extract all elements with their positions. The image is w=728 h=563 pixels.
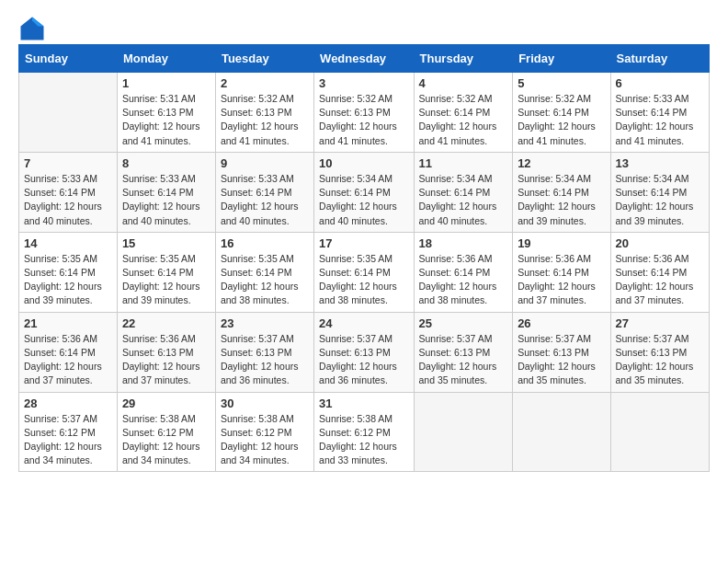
- day-number: 3: [319, 76, 408, 90]
- header-day-wednesday: Wednesday: [314, 45, 414, 73]
- day-info: Sunrise: 5:36 AMSunset: 6:13 PMDaylight:…: [122, 332, 210, 388]
- day-info: Sunrise: 5:32 AMSunset: 6:14 PMDaylight:…: [518, 92, 605, 148]
- day-info: Sunrise: 5:38 AMSunset: 6:12 PMDaylight:…: [319, 412, 408, 468]
- calendar-cell: 3Sunrise: 5:32 AMSunset: 6:13 PMDaylight…: [314, 73, 414, 153]
- day-number: 23: [221, 316, 309, 330]
- calendar-cell: 8Sunrise: 5:33 AMSunset: 6:14 PMDaylight…: [117, 152, 215, 232]
- day-number: 27: [616, 316, 704, 330]
- day-info: Sunrise: 5:33 AMSunset: 6:14 PMDaylight:…: [122, 172, 210, 228]
- calendar-header-row: SundayMondayTuesdayWednesdayThursdayFrid…: [19, 45, 710, 73]
- day-number: 21: [24, 316, 112, 330]
- calendar-cell: 18Sunrise: 5:36 AMSunset: 6:14 PMDayligh…: [414, 232, 513, 312]
- logo: [18, 15, 44, 37]
- day-number: 14: [24, 236, 112, 250]
- day-info: Sunrise: 5:33 AMSunset: 6:14 PMDaylight:…: [24, 172, 112, 228]
- day-info: Sunrise: 5:36 AMSunset: 6:14 PMDaylight:…: [419, 252, 508, 308]
- calendar-cell: 14Sunrise: 5:35 AMSunset: 6:14 PMDayligh…: [19, 232, 118, 312]
- day-info: Sunrise: 5:32 AMSunset: 6:14 PMDaylight:…: [419, 92, 508, 148]
- day-info: Sunrise: 5:35 AMSunset: 6:14 PMDaylight:…: [319, 252, 408, 308]
- day-info: Sunrise: 5:34 AMSunset: 6:14 PMDaylight:…: [319, 172, 408, 228]
- calendar-cell: 28Sunrise: 5:37 AMSunset: 6:12 PMDayligh…: [19, 392, 118, 472]
- day-number: 22: [122, 316, 210, 330]
- day-info: Sunrise: 5:36 AMSunset: 6:14 PMDaylight:…: [518, 252, 605, 308]
- day-number: 5: [518, 76, 605, 90]
- calendar-cell: 1Sunrise: 5:31 AMSunset: 6:13 PMDaylight…: [117, 73, 215, 153]
- day-number: 26: [518, 316, 605, 330]
- calendar-week-row: 28Sunrise: 5:37 AMSunset: 6:12 PMDayligh…: [19, 392, 710, 472]
- day-number: 9: [221, 156, 309, 170]
- day-number: 1: [122, 76, 210, 90]
- calendar-cell: 15Sunrise: 5:35 AMSunset: 6:14 PMDayligh…: [117, 232, 215, 312]
- calendar-cell: 30Sunrise: 5:38 AMSunset: 6:12 PMDayligh…: [215, 392, 313, 472]
- calendar-cell: [513, 392, 610, 472]
- day-number: 19: [518, 236, 605, 250]
- calendar-cell: 6Sunrise: 5:33 AMSunset: 6:14 PMDaylight…: [610, 73, 709, 153]
- day-number: 10: [319, 156, 408, 170]
- day-info: Sunrise: 5:36 AMSunset: 6:14 PMDaylight:…: [616, 252, 704, 308]
- day-number: 15: [122, 236, 210, 250]
- calendar-cell: 7Sunrise: 5:33 AMSunset: 6:14 PMDaylight…: [19, 152, 118, 232]
- calendar-cell: 23Sunrise: 5:37 AMSunset: 6:13 PMDayligh…: [215, 312, 313, 392]
- day-number: 31: [319, 396, 408, 410]
- day-info: Sunrise: 5:37 AMSunset: 6:12 PMDaylight:…: [24, 412, 112, 468]
- day-number: 16: [221, 236, 309, 250]
- day-info: Sunrise: 5:37 AMSunset: 6:13 PMDaylight:…: [419, 332, 508, 388]
- calendar-week-row: 14Sunrise: 5:35 AMSunset: 6:14 PMDayligh…: [19, 232, 710, 312]
- calendar-table: SundayMondayTuesdayWednesdayThursdayFrid…: [18, 44, 710, 472]
- calendar-cell: 9Sunrise: 5:33 AMSunset: 6:14 PMDaylight…: [215, 152, 313, 232]
- day-number: 11: [419, 156, 508, 170]
- calendar-cell: 2Sunrise: 5:32 AMSunset: 6:13 PMDaylight…: [215, 73, 313, 153]
- day-number: 28: [24, 396, 112, 410]
- day-info: Sunrise: 5:32 AMSunset: 6:13 PMDaylight:…: [221, 92, 309, 148]
- calendar-cell: 27Sunrise: 5:37 AMSunset: 6:13 PMDayligh…: [610, 312, 709, 392]
- day-info: Sunrise: 5:38 AMSunset: 6:12 PMDaylight:…: [221, 412, 309, 468]
- day-info: Sunrise: 5:33 AMSunset: 6:14 PMDaylight:…: [221, 172, 309, 228]
- calendar-cell: [19, 73, 118, 153]
- calendar-cell: 26Sunrise: 5:37 AMSunset: 6:13 PMDayligh…: [513, 312, 610, 392]
- logo-icon: [18, 15, 40, 37]
- calendar-cell: 21Sunrise: 5:36 AMSunset: 6:14 PMDayligh…: [19, 312, 118, 392]
- day-info: Sunrise: 5:37 AMSunset: 6:13 PMDaylight:…: [518, 332, 605, 388]
- day-info: Sunrise: 5:34 AMSunset: 6:14 PMDaylight:…: [518, 172, 605, 228]
- calendar-cell: 29Sunrise: 5:38 AMSunset: 6:12 PMDayligh…: [117, 392, 215, 472]
- calendar-cell: 13Sunrise: 5:34 AMSunset: 6:14 PMDayligh…: [610, 152, 709, 232]
- calendar-cell: 10Sunrise: 5:34 AMSunset: 6:14 PMDayligh…: [314, 152, 414, 232]
- day-info: Sunrise: 5:35 AMSunset: 6:14 PMDaylight:…: [24, 252, 112, 308]
- day-info: Sunrise: 5:37 AMSunset: 6:13 PMDaylight:…: [319, 332, 408, 388]
- header-day-sunday: Sunday: [19, 45, 118, 73]
- day-number: 29: [122, 396, 210, 410]
- calendar-cell: 20Sunrise: 5:36 AMSunset: 6:14 PMDayligh…: [610, 232, 709, 312]
- calendar-week-row: 1Sunrise: 5:31 AMSunset: 6:13 PMDaylight…: [19, 73, 710, 153]
- day-info: Sunrise: 5:38 AMSunset: 6:12 PMDaylight:…: [122, 412, 210, 468]
- calendar-cell: 24Sunrise: 5:37 AMSunset: 6:13 PMDayligh…: [314, 312, 414, 392]
- calendar-week-row: 21Sunrise: 5:36 AMSunset: 6:14 PMDayligh…: [19, 312, 710, 392]
- header-day-thursday: Thursday: [414, 45, 513, 73]
- day-number: 6: [616, 76, 704, 90]
- calendar-cell: [610, 392, 709, 472]
- day-info: Sunrise: 5:34 AMSunset: 6:14 PMDaylight:…: [616, 172, 704, 228]
- calendar-cell: 31Sunrise: 5:38 AMSunset: 6:12 PMDayligh…: [314, 392, 414, 472]
- day-number: 30: [221, 396, 309, 410]
- calendar-cell: 25Sunrise: 5:37 AMSunset: 6:13 PMDayligh…: [414, 312, 513, 392]
- day-number: 4: [419, 76, 508, 90]
- day-number: 2: [221, 76, 309, 90]
- calendar-cell: 16Sunrise: 5:35 AMSunset: 6:14 PMDayligh…: [215, 232, 313, 312]
- day-number: 8: [122, 156, 210, 170]
- calendar-cell: 17Sunrise: 5:35 AMSunset: 6:14 PMDayligh…: [314, 232, 414, 312]
- calendar-cell: [414, 392, 513, 472]
- day-number: 20: [616, 236, 704, 250]
- calendar-cell: 22Sunrise: 5:36 AMSunset: 6:13 PMDayligh…: [117, 312, 215, 392]
- day-number: 17: [319, 236, 408, 250]
- day-info: Sunrise: 5:31 AMSunset: 6:13 PMDaylight:…: [122, 92, 210, 148]
- header-day-friday: Friday: [513, 45, 610, 73]
- header-day-saturday: Saturday: [610, 45, 709, 73]
- day-number: 12: [518, 156, 605, 170]
- day-info: Sunrise: 5:37 AMSunset: 6:13 PMDaylight:…: [221, 332, 309, 388]
- day-info: Sunrise: 5:32 AMSunset: 6:13 PMDaylight:…: [319, 92, 408, 148]
- day-info: Sunrise: 5:33 AMSunset: 6:14 PMDaylight:…: [616, 92, 704, 148]
- day-info: Sunrise: 5:35 AMSunset: 6:14 PMDaylight:…: [122, 252, 210, 308]
- day-info: Sunrise: 5:36 AMSunset: 6:14 PMDaylight:…: [24, 332, 112, 388]
- day-number: 18: [419, 236, 508, 250]
- calendar-cell: 11Sunrise: 5:34 AMSunset: 6:14 PMDayligh…: [414, 152, 513, 232]
- calendar-cell: 5Sunrise: 5:32 AMSunset: 6:14 PMDaylight…: [513, 73, 610, 153]
